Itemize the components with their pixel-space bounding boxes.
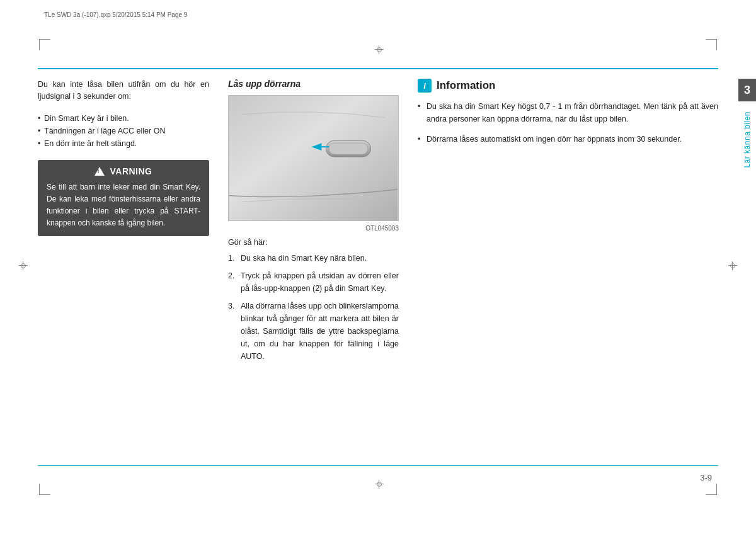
list-item: 3. Alla dörrarna låses upp och blinkersl… (228, 300, 399, 363)
list-text: Du ska ha din Smart Key nära bilen. (241, 254, 367, 263)
info-box: i Information Du ska ha din Smart Key hö… (418, 79, 718, 145)
warning-text: Se till att barn inte leker med din Smar… (47, 181, 200, 230)
list-item: 1. Du ska ha din Smart Key nära bilen. (228, 252, 399, 264)
info-bullet-list: Du ska ha din Smart Key högst 0,7 - 1 m … (418, 100, 718, 145)
section-title: Lås upp dörrarna (228, 79, 399, 89)
list-text: Tryck på knappen på utsidan av dörren el… (241, 271, 399, 293)
chapter-label: Lär känna bilen (743, 111, 752, 168)
list-item: Tändningen är i läge ACC eller ON (38, 125, 209, 137)
page-border-top (38, 68, 718, 69)
numbered-list: 1. Du ska ha din Smart Key nära bilen. 2… (228, 252, 399, 363)
list-item: Din Smart Key är i bilen. (38, 112, 209, 125)
warning-header: VARNING (47, 166, 200, 176)
list-item: Dörrarna låses automatiskt om ingen dörr… (418, 133, 718, 145)
gorse-text: Gör så här: (228, 238, 399, 247)
right-column: i Information Du ska ha din Smart Key hö… (406, 79, 718, 462)
info-title: Information (437, 79, 496, 92)
intro-text: Du kan inte låsa bilen utifrån om du hör… (38, 79, 209, 103)
warning-triangle-icon (94, 167, 105, 176)
list-item: Du ska ha din Smart Key högst 0,7 - 1 m … (418, 100, 718, 125)
list-item: 2. Tryck på knappen på utsidan av dörren… (228, 270, 399, 295)
crosshair-right (728, 261, 737, 270)
list-number: 2. (228, 270, 234, 282)
warning-title: VARNING (110, 166, 152, 176)
info-icon: i (418, 79, 432, 93)
svg-rect-2 (329, 143, 367, 154)
page-number: 3-9 (700, 473, 712, 482)
sidebar-tab: 3 Lär känna bilen (738, 79, 756, 462)
crosshair-left (19, 261, 28, 270)
crosshair-bottom (375, 480, 384, 489)
image-caption: OTL045003 (228, 225, 399, 232)
left-column: Du kan inte låsa bilen utifrån om du hör… (38, 79, 220, 462)
page-border-bottom (38, 465, 718, 466)
crosshair-top (375, 45, 384, 54)
list-item: En dörr inte är helt stängd. (38, 137, 209, 150)
chapter-number: 3 (738, 79, 756, 101)
mid-column: Lås upp dörrarna (220, 79, 406, 462)
warning-box: VARNING Se till att barn inte leker med … (38, 160, 209, 236)
list-text: Alla dörrarna låses upp och blinkerslamp… (241, 302, 399, 361)
door-image (228, 95, 399, 221)
list-number: 3. (228, 300, 234, 312)
list-number: 1. (228, 252, 234, 264)
header-meta: TLe SWD 3a (-107).qxp 5/20/2015 5:14 PM … (44, 11, 187, 18)
bullet-list: Din Smart Key är i bilen. Tändningen är … (38, 112, 209, 150)
svg-rect-0 (229, 96, 398, 220)
main-content: Du kan inte låsa bilen utifrån om du hör… (38, 79, 718, 462)
info-header: i Information (418, 79, 718, 93)
